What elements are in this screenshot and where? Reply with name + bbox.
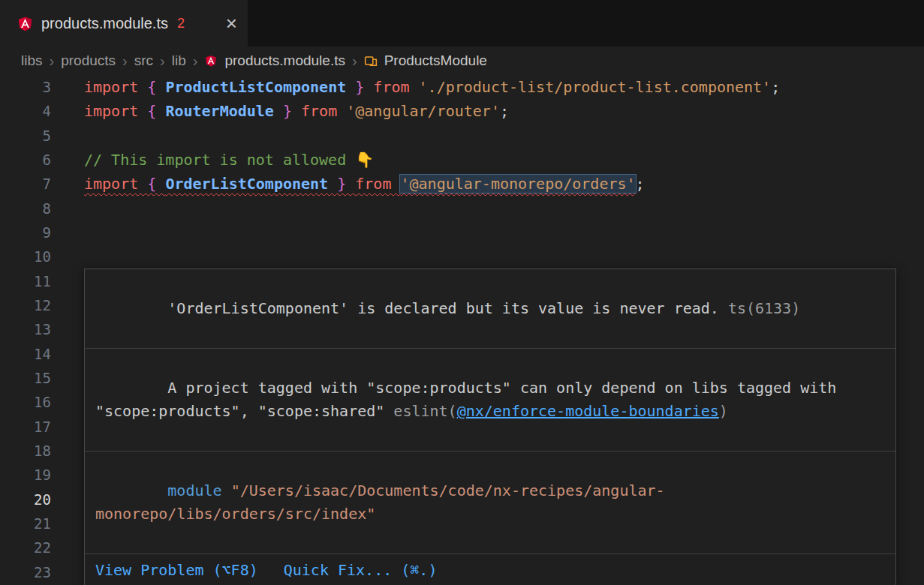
line-content: import { RouterModule } from '@angular/r… <box>84 99 924 123</box>
angular-icon <box>17 15 34 32</box>
hover-actions: View Problem (⌥F8) Quick Fix... (⌘.) <box>85 554 895 585</box>
code-token: from <box>373 78 418 96</box>
code-line-8[interactable]: 8 <box>0 196 924 220</box>
code-line-9[interactable]: 9 <box>0 220 924 244</box>
vscode-window: products.module.ts 2 × libs›products›src… <box>0 0 924 585</box>
hover-module-info: module "/Users/isaac/Documents/code/nx-r… <box>85 452 895 554</box>
line-content <box>84 220 924 244</box>
code-token: RouterModule <box>165 102 274 120</box>
code-token: import <box>84 78 147 96</box>
code-token: ; <box>771 78 780 96</box>
tab-bar: products.module.ts 2 × <box>0 0 924 46</box>
code-token: } <box>346 78 373 96</box>
code-token: import <box>84 102 147 120</box>
editor[interactable]: 3import { ProductListComponent } from '.… <box>0 75 924 585</box>
breadcrumb-separator-icon: › <box>122 52 128 70</box>
code-line-3[interactable]: 3import { ProductListComponent } from '.… <box>0 75 924 99</box>
line-number: 11 <box>0 269 51 293</box>
angular-icon <box>204 54 218 68</box>
breadcrumb-item-products-module-ts[interactable]: products.module.ts <box>224 52 345 69</box>
class-symbol-icon <box>364 54 378 68</box>
line-number: 19 <box>0 463 51 487</box>
breadcrumb-item-libs[interactable]: libs <box>21 52 43 69</box>
breadcrumb: libs›products›src›lib› products.module.t… <box>0 46 924 75</box>
code-token: ProductListComponent <box>165 78 346 96</box>
line-number: 16 <box>0 390 51 414</box>
code-token: OrderListComponent <box>165 175 328 193</box>
view-problem-action[interactable]: View Problem (⌥F8) <box>95 559 258 582</box>
code-line-4[interactable]: 4import { RouterModule } from '@angular/… <box>0 99 924 123</box>
code-token: ; <box>636 175 645 193</box>
line-number: 6 <box>0 148 51 172</box>
line-number: 8 <box>0 196 51 220</box>
tab-products-module[interactable]: products.module.ts 2 × <box>0 0 248 46</box>
line-content: import { ProductListComponent } from './… <box>84 75 924 99</box>
breadcrumb-separator-icon: › <box>352 52 357 70</box>
code-token: '@angular-monorepo/orders' <box>400 175 635 193</box>
close-icon[interactable]: × <box>226 14 237 33</box>
line-number: 5 <box>0 124 51 148</box>
line-content <box>84 124 924 148</box>
line-number: 15 <box>0 366 51 390</box>
line-number: 13 <box>0 317 51 341</box>
module-keyword: module <box>167 482 230 500</box>
ts-diagnostic-code: ts(6133) <box>728 299 800 317</box>
code-token: './product-list/product-list.component' <box>419 78 772 96</box>
breadcrumb-item-products[interactable]: products <box>61 52 116 69</box>
quick-fix-action[interactable]: Quick Fix... (⌘.) <box>284 559 438 582</box>
code-token: '@angular/router' <box>346 102 500 120</box>
code-token: 👇 <box>355 151 374 169</box>
line-number: 14 <box>0 342 51 366</box>
line-number: 20 <box>0 488 51 512</box>
code-token: import <box>84 175 147 193</box>
line-number: 9 <box>0 220 51 244</box>
code-token: { <box>147 175 165 193</box>
eslint-rule-link[interactable]: @nx/enforce-module-boundaries <box>457 402 719 420</box>
line-number: 17 <box>0 415 51 439</box>
line-number: 7 <box>0 172 51 196</box>
eslint-source-close: ) <box>719 402 728 420</box>
breadcrumb-item-lib[interactable]: lib <box>172 52 186 69</box>
code-token: } <box>274 102 301 120</box>
line-number: 10 <box>0 244 51 268</box>
eslint-source-open: eslint( <box>393 402 456 420</box>
hover-eslint-diagnostic: A project tagged with "scope:products" c… <box>85 349 895 452</box>
line-number: 22 <box>0 536 51 560</box>
code-token: ; <box>500 102 509 120</box>
code-token: from <box>355 175 400 193</box>
line-content: import { OrderListComponent } from '@ang… <box>84 172 924 196</box>
hover-popup: 'OrderListComponent' is declared but its… <box>84 268 896 585</box>
code-token: } <box>328 175 355 193</box>
line-number: 18 <box>0 439 51 463</box>
line-number: 3 <box>0 75 51 99</box>
tab-problems-badge: 2 <box>177 16 185 32</box>
line-number: 23 <box>0 560 51 584</box>
line-number: 12 <box>0 293 51 317</box>
breadcrumb-separator-icon: › <box>160 52 165 70</box>
code-token: from <box>301 102 346 120</box>
code-line-6[interactable]: 6// This import is not allowed 👇 <box>0 148 924 172</box>
code-token: { <box>147 78 165 96</box>
code-line-10[interactable]: 10 <box>0 244 924 268</box>
code-line-7[interactable]: 7import { OrderListComponent } from '@an… <box>0 172 924 196</box>
breadcrumb-separator-icon: › <box>50 52 55 70</box>
breadcrumb-item-productsmodule[interactable]: ProductsModule <box>384 52 487 69</box>
line-content <box>84 196 924 220</box>
breadcrumb-separator-icon: › <box>193 52 198 70</box>
line-number: 21 <box>0 512 51 536</box>
code-line-5[interactable]: 5 <box>0 124 924 148</box>
code-token: { <box>147 102 165 120</box>
line-content <box>84 244 924 268</box>
hover-ts-diagnostic: 'OrderListComponent' is declared but its… <box>85 269 895 349</box>
code-token: // This import is not allowed <box>84 151 355 169</box>
ts-diagnostic-message: 'OrderListComponent' is declared but its… <box>167 299 728 317</box>
tab-filename: products.module.ts <box>41 15 168 32</box>
line-content: // This import is not allowed 👇 <box>84 148 924 172</box>
line-number: 4 <box>0 99 51 123</box>
breadcrumb-item-src[interactable]: src <box>134 52 153 69</box>
